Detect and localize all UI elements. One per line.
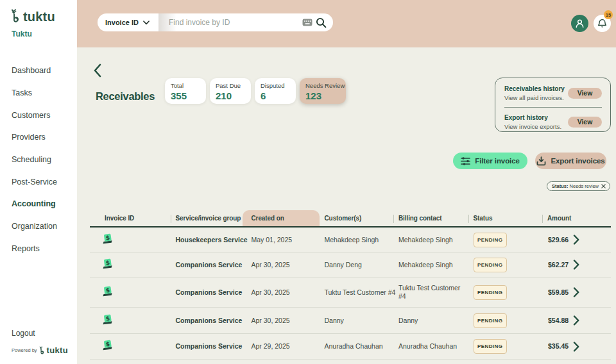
sidebar-item-providers[interactable]: Providers <box>0 126 77 149</box>
invoice-id-cell: $ <box>90 229 171 251</box>
powered-by: Powered by tuktu <box>0 345 77 355</box>
sidebar-item-post-service[interactable]: Post-Service <box>0 170 77 193</box>
stat-label: Disputed <box>261 82 296 89</box>
table-row[interactable]: $Companions ServiceApr 29, 2025Anuradha … <box>90 334 611 360</box>
search-input[interactable] <box>169 18 302 27</box>
invoice-icon: $ <box>101 258 114 270</box>
created-on-cell: Apr 29, 2025 <box>243 338 320 354</box>
column-header-created-on[interactable]: Created on <box>243 210 320 226</box>
user-icon <box>574 18 585 29</box>
page-title: Receivables <box>96 90 155 103</box>
column-header-invoice-id[interactable]: Invoice ID <box>90 210 171 226</box>
export-history-row: Export history View invoice exports. Vie… <box>504 112 602 131</box>
chip-label: Status: <box>552 183 568 189</box>
status-badge: PENDING <box>474 285 507 300</box>
export-invoices-button[interactable]: Export invoices <box>535 153 606 169</box>
powered-by-label: Powered by <box>12 347 37 353</box>
stat-card-disputed[interactable]: Disputed6 <box>255 78 296 104</box>
sidebar-item-customers[interactable]: Customers <box>0 104 77 126</box>
customer-cell: Tuktu Test Customer #4 <box>320 285 394 301</box>
sidebar: tuktu Tuktu DashboardTasksCustomersProvi… <box>0 0 77 364</box>
stat-label: Total <box>171 82 206 89</box>
sidebar-item-organization[interactable]: Organization <box>0 215 77 238</box>
history-divider <box>504 107 602 108</box>
invoice-id-cell: $ <box>90 254 171 276</box>
stat-label: Past Due <box>216 82 251 89</box>
column-header-service-invoice-group[interactable]: Service/invoice group <box>171 210 243 226</box>
amount-value: $35.45 <box>548 342 569 351</box>
customer-cell: Anuradha Chauhan <box>320 338 394 354</box>
chip-close-icon[interactable] <box>601 184 606 188</box>
notification-count-badge: 15 <box>604 10 613 19</box>
app-logo[interactable]: tuktu <box>0 0 77 24</box>
created-on-cell: Apr 30, 2025 <box>243 257 320 273</box>
stat-card-needs-review[interactable]: Needs Review123 <box>300 78 346 104</box>
chevron-right-icon <box>573 235 579 245</box>
billing-contact-cell: Mehakdeep Singh <box>393 232 468 248</box>
stat-label: Needs Review <box>305 82 346 89</box>
filter-invoice-label: Filter invoice <box>475 157 520 165</box>
row-open-button[interactable] <box>573 315 579 326</box>
created-on-cell: Apr 30, 2025 <box>243 285 320 301</box>
sidebar-item-accounting[interactable]: Accounting <box>0 193 77 215</box>
amount-cell: $62.27 <box>542 256 611 274</box>
sidebar-item-dashboard[interactable]: Dashboard <box>0 60 77 82</box>
customer-cell: Danny <box>320 313 394 329</box>
search-icon[interactable] <box>316 17 327 28</box>
chevron-down-icon <box>143 21 150 25</box>
table-row[interactable]: $Companions ServiceApr 30, 2025Tuktu Tes… <box>90 277 611 308</box>
table-row[interactable]: $Companions ServiceApr 30, 2025Danny Den… <box>90 252 611 277</box>
row-open-button[interactable] <box>573 260 579 270</box>
table-header: Invoice IDService/invoice groupCreated o… <box>90 210 611 228</box>
amount-value: $62.27 <box>548 261 569 269</box>
row-open-button[interactable] <box>573 342 579 352</box>
column-header-customer-s[interactable]: Customer(s) <box>320 210 394 226</box>
search-icons <box>302 17 333 28</box>
status-cell: PENDING <box>468 229 543 251</box>
table-row[interactable]: $Companions ServiceApr 30, 2025DannyDann… <box>90 308 611 334</box>
receivables-history-view-button[interactable]: View <box>568 88 602 99</box>
stat-card-past-due[interactable]: Past Due210 <box>210 78 251 104</box>
row-open-button[interactable] <box>573 287 579 297</box>
sidebar-item-tasks[interactable]: Tasks <box>0 82 77 104</box>
status-cell: PENDING <box>468 281 543 304</box>
stat-card-total[interactable]: Total355 <box>165 78 206 104</box>
sidebar-item-scheduling[interactable]: Scheduling <box>0 149 77 171</box>
status-filter-chip-text: Status: Needs review <box>552 183 599 189</box>
logout-button[interactable]: Logout <box>0 327 77 340</box>
invoice-id-cell: $ <box>90 281 171 304</box>
amount-value: $29.66 <box>548 236 569 244</box>
profile-avatar[interactable] <box>571 15 588 32</box>
chevron-right-icon <box>573 315 579 326</box>
column-header-status[interactable]: Status <box>468 210 543 226</box>
amount-cell: $59.85 <box>542 283 611 301</box>
sidebar-item-reports[interactable]: Reports <box>0 238 77 260</box>
created-on-cell: Apr 30, 2025 <box>243 313 320 329</box>
column-header-billing-contact[interactable]: Billing contact <box>393 210 468 226</box>
status-badge: PENDING <box>474 313 507 328</box>
service-group-cell: Housekeepers Service <box>171 232 243 248</box>
search-category-dropdown[interactable]: Invoice ID <box>98 13 158 31</box>
organization-name: Tuktu <box>0 24 77 38</box>
back-button[interactable] <box>92 63 104 79</box>
export-history-view-button[interactable]: View <box>568 117 602 128</box>
created-on-cell: May 01, 2025 <box>243 232 320 248</box>
row-open-button[interactable] <box>573 235 579 245</box>
invoice-id-cell: $ <box>90 310 171 332</box>
billing-contact-cell: Anuradha Chauhan <box>393 338 468 354</box>
filter-invoice-button[interactable]: Filter invoice <box>453 153 527 169</box>
invoice-icon: $ <box>101 339 114 352</box>
keyboard-icon[interactable] <box>302 19 312 26</box>
app-window: Invoice ID 15 <box>0 0 616 364</box>
invoice-id-cell: $ <box>90 335 171 358</box>
stat-value: 6 <box>261 90 296 101</box>
column-header-amount[interactable]: Amount <box>542 210 611 226</box>
billing-contact-cell: Tuktu Test Customer #4 <box>393 280 468 304</box>
status-filter-chip[interactable]: Status: Needs review <box>547 181 610 191</box>
table-body: $Housekeepers ServiceMay 01, 2025Mehakde… <box>90 228 611 360</box>
customer-cell: Mehakdeep Singh <box>320 232 394 248</box>
receivables-history-title: Receivables history <box>504 85 565 94</box>
logo-text: tuktu <box>23 10 55 24</box>
service-group-cell: Companions Service <box>171 285 243 301</box>
table-row[interactable]: $Housekeepers ServiceMay 01, 2025Mehakde… <box>90 228 611 252</box>
